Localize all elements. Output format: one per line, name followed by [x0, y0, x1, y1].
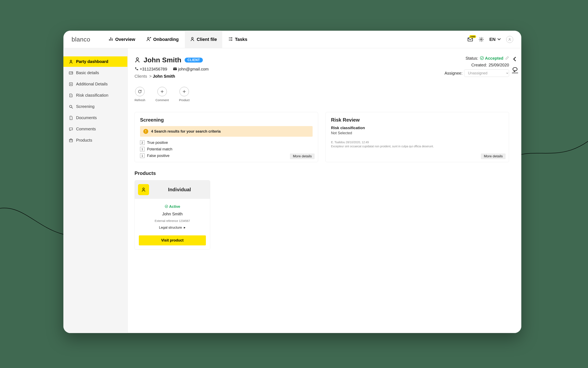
risk-value: Not Selected: [331, 131, 504, 135]
phone-row: +31123456789: [135, 67, 167, 72]
svg-point-5: [70, 60, 72, 62]
tab-overview[interactable]: Overview: [103, 31, 140, 48]
svg-point-7: [70, 73, 71, 73]
warning-icon: !: [143, 129, 148, 134]
phone-value: +31123456789: [140, 67, 167, 71]
sidebar-item-label: Comments: [76, 127, 96, 131]
bars-icon: [109, 37, 113, 42]
count-badge: 1: [140, 153, 145, 158]
risk-panel: Risk Review Risk classification Not Sele…: [326, 112, 509, 162]
banner-text: 4 Search results for your search criteri…: [151, 129, 221, 134]
svg-rect-12: [173, 68, 177, 70]
search-icon: [69, 105, 73, 109]
screening-row: 2 True positive: [140, 140, 313, 145]
caret-right-icon: ▸: [184, 226, 186, 230]
email-row: john@gmail.com: [173, 67, 209, 72]
product-reference: External reference 1234567: [155, 219, 190, 222]
client-chip: CLIENT: [185, 58, 203, 63]
client-name: John Smith: [143, 56, 181, 64]
svg-rect-2: [468, 37, 473, 41]
document-icon: [69, 116, 73, 120]
assignee-label: Assignee:: [445, 71, 462, 76]
add-product-button[interactable]: Product: [179, 87, 190, 102]
sidebar-item-products[interactable]: Products: [63, 135, 127, 146]
lang-code: EN: [489, 37, 495, 42]
phone-icon: [135, 67, 139, 71]
screening-label: False positive: [147, 154, 169, 158]
svg-point-11: [136, 58, 139, 60]
created-label: Created:: [471, 63, 487, 67]
svg-point-3: [481, 39, 482, 40]
created-value: 25/09/2020: [489, 63, 509, 67]
sidebar-item-label: Products: [76, 138, 92, 143]
product-legal-structure[interactable]: Legal structure ▸: [159, 225, 186, 230]
gear-icon[interactable]: [478, 36, 484, 43]
tab-onboarding[interactable]: Onboarding: [141, 31, 184, 48]
assignee-select[interactable]: Unassigned: [464, 69, 509, 77]
sidebar-item-comments[interactable]: Comments: [63, 124, 127, 134]
sidebar-item-party-dashboard[interactable]: Party dashboard: [63, 56, 127, 67]
screening-panel: Screening ! 4 Search results for your se…: [135, 112, 318, 162]
plus-icon: [158, 87, 167, 96]
tab-tasks[interactable]: Tasks: [223, 31, 253, 48]
sidebar-item-screening[interactable]: Screening: [63, 101, 127, 112]
sidebar-item-label: Risk classification: [76, 93, 108, 98]
risk-note-meta: E. Tsalidou 28/10/2020, 12:49: [331, 141, 504, 144]
mail-icon: [173, 67, 177, 71]
screening-label: Potential match: [147, 147, 172, 151]
visit-product-button[interactable]: Visit product: [139, 235, 206, 245]
inbox-icon[interactable]: 1000: [467, 36, 473, 43]
product-card: Individual Active John Smith External re…: [135, 180, 210, 250]
screening-label: True positive: [147, 141, 168, 145]
sidebar: Party dashboard Basic details Additional…: [63, 48, 128, 333]
chevron-down-icon: [497, 37, 501, 42]
refresh-button[interactable]: Refresh: [135, 87, 145, 102]
sidebar-item-label: Basic details: [76, 71, 99, 75]
card-icon: [69, 71, 73, 75]
language-switch[interactable]: EN: [489, 37, 501, 42]
risk-more-button[interactable]: More details: [481, 153, 506, 159]
top-nav: blanco Overview Onboarding Client file T…: [63, 31, 521, 48]
sidebar-item-basic-details[interactable]: Basic details: [63, 68, 127, 78]
product-status: Active: [165, 204, 180, 209]
status-label: Status:: [466, 56, 478, 61]
chat-icon[interactable]: [512, 67, 518, 73]
user-avatar[interactable]: [506, 36, 513, 43]
breadcrumb-root[interactable]: Clients: [135, 74, 147, 78]
person-icon: [135, 56, 140, 64]
products-section-title: Products: [135, 170, 509, 176]
sidebar-item-risk-classification[interactable]: Risk classification: [63, 90, 127, 101]
collapse-panel-icon[interactable]: [512, 56, 518, 62]
refresh-icon: [135, 87, 145, 96]
tab-client-file[interactable]: Client file: [185, 31, 222, 48]
count-badge: 1: [140, 147, 145, 151]
tab-label: Tasks: [235, 37, 247, 42]
risk-subtitle: Risk classification: [331, 126, 504, 130]
panel-title: Screening: [140, 117, 313, 123]
person-file-icon: [190, 37, 195, 42]
svg-point-1: [192, 37, 193, 39]
screening-banner: ! 4 Search results for your search crite…: [140, 126, 313, 137]
tab-label: Overview: [115, 37, 135, 42]
sidebar-item-documents[interactable]: Documents: [63, 113, 127, 123]
screening-more-button[interactable]: More details: [290, 153, 315, 159]
edit-status-icon[interactable]: [505, 56, 509, 61]
breadcrumb-leaf: John Smith: [153, 74, 175, 78]
action-label: Product: [179, 98, 190, 102]
person-icon: [69, 60, 73, 64]
svg-rect-6: [69, 72, 73, 74]
action-label: Comment: [156, 98, 169, 102]
panel-title: Risk Review: [331, 117, 504, 123]
add-comment-button[interactable]: Comment: [156, 87, 169, 102]
svg-point-4: [509, 38, 510, 39]
plus-icon: [179, 87, 189, 96]
person-plus-icon: [147, 37, 151, 42]
sidebar-item-additional-details[interactable]: Additional Details: [63, 79, 127, 89]
product-client-name: John Smith: [162, 212, 183, 216]
screening-row: 1 False positive: [140, 153, 313, 158]
sidebar-item-label: Documents: [76, 115, 97, 120]
email-value: john@gmail.com: [178, 67, 209, 71]
page-title: John Smith CLIENT: [135, 56, 209, 64]
nav-tabs: Overview Onboarding Client file Tasks: [103, 31, 252, 48]
meta-panel: Status: Accepted Created: 25/09/2020 Ass…: [445, 56, 509, 77]
